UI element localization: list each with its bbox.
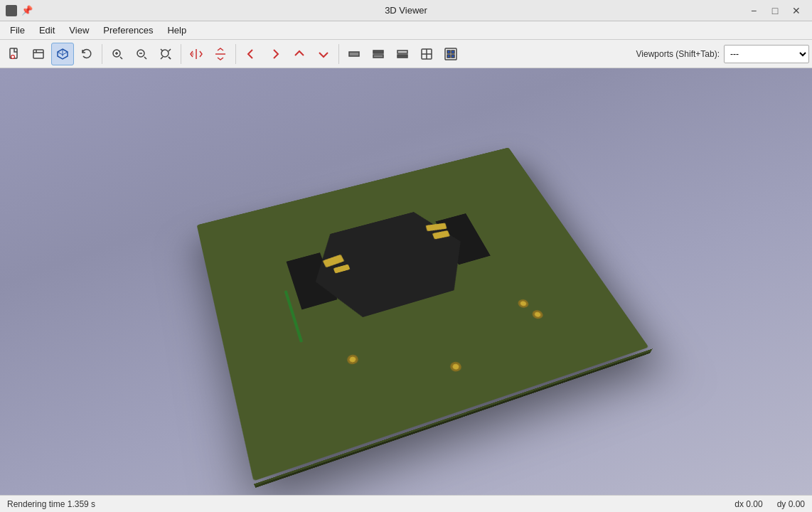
board-only-button[interactable]	[343, 43, 365, 65]
toolbar-sep-4	[338, 44, 339, 64]
close-button[interactable]: ✕	[786, 3, 806, 18]
top-layer-button[interactable]	[367, 43, 390, 65]
scene-container: BT1	[0, 68, 812, 495]
toolbar-sep-1	[102, 44, 102, 64]
render-time-status: Rendering time 1.359 s	[7, 499, 720, 509]
app-icon	[6, 5, 17, 16]
titlebar: 📌 3D Viewer − □ ✕	[0, 0, 812, 21]
svg-rect-11	[397, 55, 407, 58]
viewport-label: Viewports (Shift+Tab):	[636, 49, 720, 59]
svg-text:X: X	[191, 52, 194, 56]
viewport-select[interactable]: --- Single Two Vertical Two Horizontal F…	[724, 45, 809, 63]
zoom-fit-button[interactable]	[154, 43, 177, 65]
svg-rect-9	[373, 55, 383, 58]
menu-file[interactable]: File	[3, 23, 32, 38]
open-button[interactable]	[27, 43, 50, 65]
toolbar-sep-3	[235, 44, 236, 64]
titlebar-controls: − □ ✕	[744, 3, 806, 18]
svg-rect-16	[447, 55, 450, 58]
svg-rect-7	[349, 52, 359, 56]
titlebar-left: 📌	[6, 5, 33, 16]
svg-rect-8	[373, 50, 383, 53]
svg-rect-17	[452, 55, 454, 58]
pin-icon: 📌	[21, 5, 33, 16]
pan-right-button[interactable]	[264, 43, 287, 65]
statusbar: Rendering time 1.359 s dx 0.00 dy 0.00	[0, 495, 812, 512]
dx-status: dx 0.00	[734, 499, 762, 509]
maximize-button[interactable]: □	[765, 3, 785, 18]
pan-left-button[interactable]	[240, 43, 262, 65]
svg-rect-15	[452, 50, 454, 53]
zoom-out-button[interactable]	[130, 43, 153, 65]
minimize-button[interactable]: −	[744, 3, 764, 18]
new-button[interactable]	[3, 43, 26, 65]
menu-preferences[interactable]: Preferences	[96, 23, 160, 38]
undo-button[interactable]	[75, 43, 98, 65]
menu-view[interactable]: View	[62, 23, 96, 38]
menu-help[interactable]: Help	[160, 23, 193, 38]
toolbar-sep-2	[181, 44, 181, 64]
toolbar: X	[0, 40, 812, 68]
pos-button[interactable]	[439, 43, 462, 65]
viewport-3d[interactable]: BT1	[0, 68, 812, 495]
svg-rect-14	[447, 50, 450, 53]
viewport-control: Viewports (Shift+Tab): --- Single Two Ve…	[636, 45, 810, 63]
titlebar-title: 3D Viewer	[385, 5, 427, 16]
svg-rect-2	[33, 50, 43, 58]
menu-edit[interactable]: Edit	[32, 23, 62, 38]
pan-down-button[interactable]	[312, 43, 335, 65]
svg-rect-10	[397, 50, 407, 53]
menubar: File Edit View Preferences Help	[0, 21, 812, 40]
cube-view-button[interactable]	[51, 43, 74, 65]
bottom-layer-button[interactable]	[391, 43, 414, 65]
pcb-group: BT1	[197, 147, 649, 481]
flip-x-button[interactable]: X	[185, 43, 208, 65]
zoom-in-button[interactable]	[106, 43, 129, 65]
ortho-button[interactable]	[415, 43, 438, 65]
dy-status: dy 0.00	[777, 499, 805, 509]
pan-up-button[interactable]	[288, 43, 311, 65]
flip-y-button[interactable]	[209, 43, 232, 65]
